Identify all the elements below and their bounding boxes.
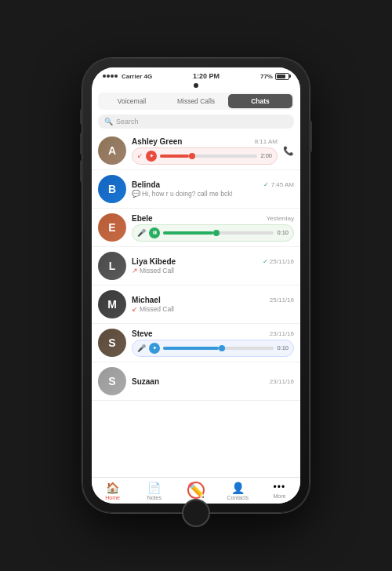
mic-icon: 🎤 bbox=[137, 229, 146, 237]
chat-header: Ebele Yesterday bbox=[132, 214, 294, 223]
nav-label-more: More bbox=[273, 493, 285, 499]
nav-label-home: Home bbox=[105, 495, 120, 500]
list-item[interactable]: A Ashley Green 8:11 AM ↙ bbox=[92, 132, 300, 170]
phone-icon[interactable]: 📞 bbox=[283, 146, 294, 156]
home-icon: 🏠 bbox=[106, 482, 119, 494]
avatar: E bbox=[98, 213, 126, 242]
home-button[interactable] bbox=[182, 499, 210, 527]
search-placeholder: Search bbox=[116, 118, 139, 125]
mic-icon: 🎤 bbox=[137, 344, 146, 352]
nav-label-contacts: Contacts bbox=[227, 495, 249, 500]
read-checkmark-icon: ✓ bbox=[263, 181, 269, 188]
waveform bbox=[163, 231, 274, 235]
avatar: A bbox=[98, 136, 126, 165]
chat-name: Ebele bbox=[132, 214, 153, 223]
list-item[interactable]: B Belinda ✓ 7:45 AM 💬 Hi, how r u doing?… bbox=[92, 170, 300, 209]
chat-name: Michael bbox=[132, 296, 161, 304]
waveform-fill bbox=[163, 231, 213, 235]
chat-header: Liya Kibede ✓ 25/11/16 bbox=[132, 257, 294, 266]
avatar-initials: L bbox=[98, 252, 126, 280]
nav-item-notes[interactable]: 📄 Notes bbox=[133, 482, 175, 500]
volume-down-button[interactable] bbox=[80, 160, 82, 182]
voice-duration: 0:10 bbox=[277, 229, 289, 236]
camera-dot bbox=[194, 83, 198, 88]
avatar: S bbox=[98, 367, 126, 395]
chat-name: Belinda bbox=[132, 180, 160, 189]
voice-message-bar[interactable]: ↙ 2:00 bbox=[132, 147, 278, 165]
search-icon: 🔍 bbox=[104, 118, 113, 125]
chat-time: 23/11/16 bbox=[270, 378, 294, 385]
nav-item-home[interactable]: 🏠 Home bbox=[92, 482, 133, 500]
chat-name: Ashley Green bbox=[132, 137, 182, 146]
chat-time: ✓ 25/11/16 bbox=[263, 258, 294, 265]
play-button[interactable] bbox=[146, 151, 157, 162]
chat-header: Suzaan 23/11/16 bbox=[132, 377, 294, 386]
signal-dots bbox=[103, 75, 118, 78]
waveform-dot bbox=[189, 153, 195, 159]
chat-time: Yesterday bbox=[267, 215, 294, 222]
list-item[interactable]: L Liya Kibede ✓ 25/11/16 ↗ Missed Call bbox=[92, 247, 300, 286]
chat-time: 23/11/16 bbox=[270, 330, 294, 337]
more-icon: ••• bbox=[274, 482, 286, 493]
volume-up-button[interactable] bbox=[80, 133, 82, 155]
play-button[interactable] bbox=[149, 343, 160, 354]
chat-time: 25/11/16 bbox=[270, 296, 294, 304]
nav-item-contacts[interactable]: 👤 Contacts bbox=[217, 482, 259, 500]
chat-time: ✓ 7:45 AM bbox=[263, 181, 294, 188]
chat-header: Belinda ✓ 7:45 AM bbox=[132, 180, 294, 189]
list-item[interactable]: S Steve 23/11/16 🎤 bbox=[92, 324, 300, 362]
message-icon: 💬 bbox=[132, 190, 140, 198]
missed-call-icon: ↙ bbox=[132, 305, 138, 313]
mute-button[interactable] bbox=[80, 109, 82, 125]
nav-item-more[interactable]: ••• More bbox=[259, 482, 300, 500]
search-bar[interactable]: 🔍 Search bbox=[98, 115, 294, 129]
signal-dot-1 bbox=[103, 75, 106, 78]
tab-voicemail[interactable]: Voicemail bbox=[100, 94, 164, 108]
list-item[interactable]: M Michael 25/11/16 ↙ Missed Call bbox=[92, 286, 300, 324]
avatar-initials: E bbox=[98, 213, 126, 242]
chat-content-belinda: Belinda ✓ 7:45 AM 💬 Hi, how r u doing? c… bbox=[132, 180, 294, 198]
camera-bar bbox=[92, 82, 300, 89]
pause-button[interactable] bbox=[149, 227, 160, 238]
voice-message-bar[interactable]: 🎤 0:10 bbox=[132, 224, 294, 242]
tab-missed-calls[interactable]: Missed Calls bbox=[164, 94, 228, 108]
nav-label-notes: Notes bbox=[147, 495, 162, 500]
avatar: M bbox=[98, 290, 126, 318]
missed-call-arrow-icon: ↙ bbox=[137, 152, 143, 159]
chat-content-suzaan: Suzaan 23/11/16 bbox=[132, 377, 294, 386]
waveform-fill bbox=[160, 155, 189, 158]
chat-name: Suzaan bbox=[132, 377, 159, 386]
nav-item-compose[interactable]: ✏️ bbox=[175, 482, 216, 500]
chat-content-ebele: Ebele Yesterday 🎤 0:10 bbox=[132, 214, 294, 242]
avatar-initials: S bbox=[98, 329, 126, 357]
svg-marker-3 bbox=[154, 346, 157, 349]
chat-preview: ↗ Missed Call bbox=[132, 267, 294, 275]
svg-rect-1 bbox=[153, 231, 154, 234]
list-item[interactable]: S Suzaan 23/11/16 bbox=[92, 362, 300, 401]
waveform-fill bbox=[163, 347, 219, 350]
chat-list: A Ashley Green 8:11 AM ↙ bbox=[92, 132, 300, 477]
waveform-dot bbox=[219, 345, 225, 351]
chat-content-steve: Steve 23/11/16 🎤 0:10 bbox=[132, 329, 294, 357]
phone-screen: Carrier 4G 1:20 PM 77% Voicemail Missed … bbox=[92, 67, 300, 504]
chat-header: Steve 23/11/16 bbox=[132, 329, 294, 338]
clock: 1:20 PM bbox=[193, 72, 220, 80]
svg-rect-2 bbox=[154, 231, 156, 234]
status-left: Carrier 4G bbox=[103, 73, 152, 80]
chat-preview: ↙ Missed Call bbox=[132, 305, 294, 313]
chat-time: 8:11 AM bbox=[255, 138, 278, 145]
tab-chats[interactable]: Chats bbox=[228, 94, 292, 108]
power-button[interactable] bbox=[310, 121, 312, 152]
list-item[interactable]: E Ebele Yesterday 🎤 bbox=[92, 209, 300, 247]
chat-preview: 💬 Hi, how r u doing? call me bck! bbox=[132, 190, 294, 198]
chat-name: Liya Kibede bbox=[132, 257, 176, 266]
signal-dot-4 bbox=[114, 75, 118, 78]
avatar-initials: M bbox=[98, 290, 126, 318]
waveform-dot bbox=[213, 230, 220, 236]
chat-name: Steve bbox=[132, 329, 153, 338]
signal-dot-3 bbox=[111, 75, 114, 78]
voice-message-bar[interactable]: 🎤 0:10 bbox=[132, 340, 294, 357]
phone-shell: Carrier 4G 1:20 PM 77% Voicemail Missed … bbox=[82, 58, 310, 513]
chat-content-ashley: Ashley Green 8:11 AM ↙ 2:00 bbox=[132, 137, 278, 165]
chat-content-michael: Michael 25/11/16 ↙ Missed Call bbox=[132, 296, 294, 313]
